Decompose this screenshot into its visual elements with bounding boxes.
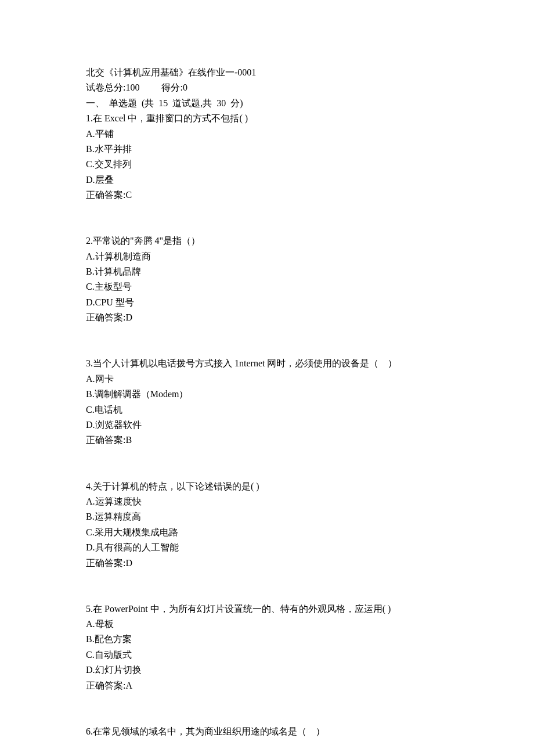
option-b: B.调制解调器（Modem） xyxy=(86,387,448,402)
option-a: A.计算机制造商 xyxy=(86,249,448,264)
option-a: A.母板 xyxy=(86,617,448,632)
total-label: 试卷总分: xyxy=(86,82,125,92)
answer-text: 正确答案:D xyxy=(86,556,448,571)
option-d: D.CPU 型号 xyxy=(86,295,448,310)
question-text: 4.关于计算机的特点，以下论述错误的是( ) xyxy=(86,479,448,494)
option-c: C.自动版式 xyxy=(86,647,448,663)
option-d: D.层叠 xyxy=(86,172,448,188)
option-d: D.具有很高的人工智能 xyxy=(86,540,448,555)
option-c: C.交叉排列 xyxy=(86,157,448,172)
answer-text: 正确答案:A xyxy=(86,678,448,693)
option-c: C.主板型号 xyxy=(86,279,448,294)
blank-line xyxy=(86,218,448,233)
option-b: B.计算机品牌 xyxy=(86,264,448,279)
option-a: A.网卡 xyxy=(86,372,448,387)
blank-line xyxy=(86,203,448,218)
question-text: 5.在 PowerPoint 中，为所有幻灯片设置统一的、特有的外观风格，应运用… xyxy=(86,602,448,617)
option-c: C.电话机 xyxy=(86,402,448,417)
option-b: B.运算精度高 xyxy=(86,509,448,524)
option-d: D.幻灯片切换 xyxy=(86,663,448,678)
question-text: 3.当个人计算机以电话拨号方式接入 1nternet 网时，必须使用的设备是（ … xyxy=(86,356,448,371)
question-text: 2.平常说的"奔腾 4"是指（） xyxy=(86,233,448,249)
blank-line xyxy=(86,571,448,586)
option-b: B.水平并排 xyxy=(86,142,448,157)
section-heading: 一、 单选题 (共 15 道试题,共 30 分) xyxy=(86,96,448,111)
option-b: B.配色方案 xyxy=(86,632,448,647)
blank-line xyxy=(86,448,448,463)
question-text: 1.在 Excel 中，重排窗口的方式不包括( ) xyxy=(86,111,448,126)
document-page: 北交《计算机应用基础》在线作业一-0001 试卷总分:100得分:0 一、 单选… xyxy=(0,0,534,756)
blank-line xyxy=(86,708,448,723)
blank-line xyxy=(86,693,448,708)
answer-text: 正确答案:D xyxy=(86,310,448,325)
answer-text: 正确答案:B xyxy=(86,433,448,448)
blank-line xyxy=(86,586,448,601)
blank-line xyxy=(86,341,448,356)
answer-text: 正确答案:C xyxy=(86,188,448,203)
score-line: 试卷总分:100得分:0 xyxy=(86,80,448,95)
total-value: 100 xyxy=(125,82,139,92)
exam-title: 北交《计算机应用基础》在线作业一-0001 xyxy=(86,65,448,80)
option-c: C.采用大规模集成电路 xyxy=(86,525,448,540)
blank-line xyxy=(86,326,448,341)
option-a: A.平铺 xyxy=(86,127,448,142)
option-d: D.浏览器软件 xyxy=(86,417,448,433)
score-value: 0 xyxy=(183,82,187,92)
blank-line xyxy=(86,463,448,478)
score-label: 得分: xyxy=(161,82,182,92)
question-text: 6.在常见领域的域名中，其为商业组织用途的域名是（ ） xyxy=(86,724,448,739)
option-a: A.运算速度快 xyxy=(86,494,448,509)
